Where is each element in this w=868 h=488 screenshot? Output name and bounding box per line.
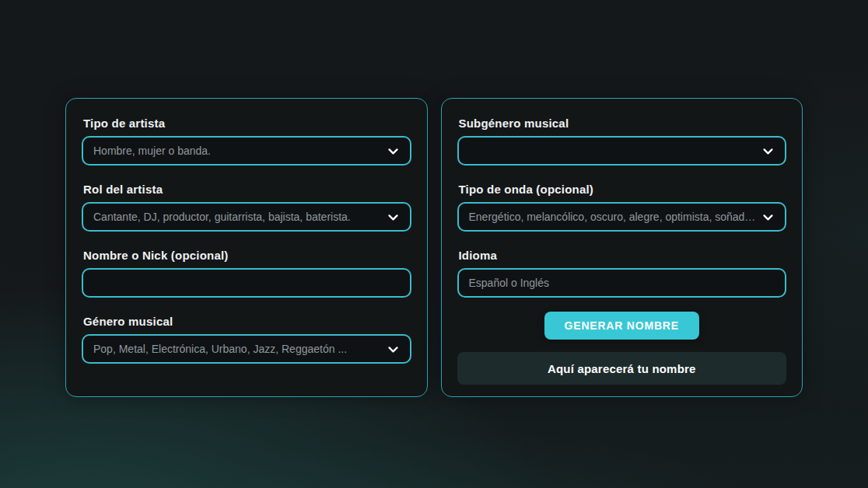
chevron-down-icon — [387, 211, 400, 224]
artist-role-label: Rol del artista — [83, 183, 410, 196]
music-genre-placeholder: Pop, Metal, Electrónica, Urbano, Jazz, R… — [93, 343, 352, 355]
generate-name-button[interactable]: GENERAR NOMBRE — [544, 312, 699, 340]
generation-options-panel: Subgénero musical Tipo de onda (opcional… — [441, 98, 803, 397]
generate-button-row: GENERAR NOMBRE — [457, 312, 787, 340]
name-generator-form: Tipo de artista Hombre, mujer o banda. R… — [65, 0, 803, 397]
name-nick-input[interactable] — [82, 268, 411, 298]
subgenre-field-group: Subgénero musical — [457, 117, 787, 166]
vibe-field-group: Tipo de onda (opcional) Energético, mela… — [457, 183, 787, 232]
artist-role-placeholder: Cantante, DJ, productor, guitarrista, ba… — [93, 211, 355, 223]
subgenre-label: Subgénero musical — [459, 117, 786, 130]
vibe-label: Tipo de onda (opcional) — [459, 183, 786, 196]
artist-role-field-group: Rol del artista Cantante, DJ, productor,… — [82, 183, 411, 232]
vibe-placeholder: Energético, melancólico, oscuro, alegre,… — [469, 211, 762, 223]
music-genre-field-group: Género musical Pop, Metal, Electrónica, … — [82, 315, 411, 364]
artist-type-select[interactable]: Hombre, mujer o banda. — [82, 136, 411, 166]
chevron-down-icon — [761, 145, 775, 158]
artist-type-field-group: Tipo de artista Hombre, mujer o banda. — [82, 117, 411, 166]
artist-role-select[interactable]: Cantante, DJ, productor, guitarrista, ba… — [82, 202, 411, 232]
chevron-down-icon — [761, 211, 775, 224]
chevron-down-icon — [387, 145, 400, 158]
music-genre-label: Género musical — [83, 315, 410, 328]
chevron-down-icon — [387, 343, 400, 356]
artist-type-placeholder: Hombre, mujer o banda. — [93, 145, 215, 157]
subgenre-select[interactable] — [457, 136, 787, 166]
artist-info-panel: Tipo de artista Hombre, mujer o banda. R… — [65, 98, 428, 397]
name-nick-label: Nombre o Nick (opcional) — [83, 249, 410, 262]
name-nick-field-group: Nombre o Nick (opcional) — [82, 249, 411, 298]
language-label: Idioma — [459, 249, 786, 262]
generated-name-result: Aquí aparecerá tu nombre — [457, 352, 787, 385]
artist-type-label: Tipo de artista — [83, 117, 410, 130]
vibe-select[interactable]: Energético, melancólico, oscuro, alegre,… — [457, 202, 787, 232]
language-input[interactable] — [457, 268, 787, 298]
language-field-group: Idioma — [457, 249, 787, 298]
music-genre-select[interactable]: Pop, Metal, Electrónica, Urbano, Jazz, R… — [82, 334, 411, 364]
